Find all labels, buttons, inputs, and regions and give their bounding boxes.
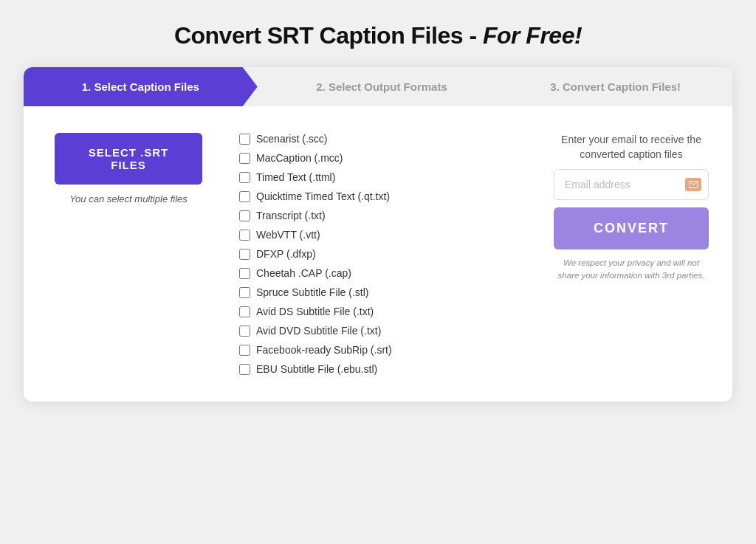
email-input-wrapper	[554, 169, 709, 200]
format-label-cap: Cheetah .CAP (.cap)	[256, 267, 351, 279]
format-item-mcc[interactable]: MacCaption (.mcc)	[239, 152, 524, 164]
card-body: SELECT .SRT FILES You can select multipl…	[24, 106, 732, 402]
format-label-aviddvd: Avid DVD Subtitle File (.txt)	[256, 325, 381, 337]
format-label-qt: Quicktime Timed Text (.qt.txt)	[256, 190, 390, 202]
checkbox-scc[interactable]	[239, 134, 250, 145]
email-label: Enter your email to receive the converte…	[554, 133, 709, 162]
checkbox-dfxp[interactable]	[239, 249, 250, 260]
checkbox-mcc[interactable]	[239, 153, 250, 164]
page-title: Convert SRT Caption Files - For Free!	[24, 22, 732, 49]
step-1-label: 1. Select Caption Files	[82, 80, 199, 93]
checkbox-stl[interactable]	[239, 287, 250, 298]
format-label-stl: Spruce Subtitle File (.stl)	[256, 286, 369, 298]
checkbox-avids[interactable]	[239, 306, 250, 317]
format-checkbox-list: Scenarist (.scc)MacCaption (.mcc)Timed T…	[239, 133, 524, 375]
checkbox-aviddvd[interactable]	[239, 326, 250, 337]
checkbox-qt[interactable]	[239, 191, 250, 202]
format-item-qt[interactable]: Quicktime Timed Text (.qt.txt)	[239, 190, 524, 202]
format-label-avids: Avid DS Subtitle File (.txt)	[256, 306, 374, 317]
format-item-txt[interactable]: Transcript (.txt)	[239, 210, 524, 221]
format-label-mcc: MacCaption (.mcc)	[256, 152, 343, 164]
format-item-ebu[interactable]: EBU Subtitle File (.ebu.stl)	[239, 363, 524, 375]
step-3: 3. Convert Caption Files!	[498, 67, 732, 106]
format-label-ebu: EBU Subtitle File (.ebu.stl)	[256, 363, 377, 375]
format-label-vtt: WebVTT (.vtt)	[256, 229, 320, 241]
step-3-label: 3. Convert Caption Files!	[550, 80, 681, 93]
format-item-scc[interactable]: Scenarist (.scc)	[239, 133, 524, 145]
checkbox-vtt[interactable]	[239, 230, 250, 241]
step-1: 1. Select Caption Files	[24, 67, 258, 106]
page-wrapper: Convert SRT Caption Files - For Free! 1.…	[24, 22, 732, 402]
format-list-column: Scenarist (.scc)MacCaption (.mcc)Timed T…	[239, 133, 524, 375]
format-label-txt: Transcript (.txt)	[256, 210, 326, 221]
format-label-scc: Scenarist (.scc)	[256, 133, 327, 145]
privacy-note: We respect your privacy and will not sha…	[554, 257, 709, 283]
format-label-fbsrt: Facebook-ready SubRip (.srt)	[256, 344, 392, 356]
title-text: Convert SRT Caption Files -	[174, 22, 483, 49]
checkbox-fbsrt[interactable]	[239, 345, 250, 356]
title-italic: For Free!	[483, 22, 582, 49]
format-item-stl[interactable]: Spruce Subtitle File (.stl)	[239, 286, 524, 298]
checkbox-ttml[interactable]	[239, 172, 250, 183]
main-card: 1. Select Caption Files 2. Select Output…	[24, 67, 732, 402]
step-2: 2. Select Output Formats	[258, 67, 499, 106]
checkbox-ebu[interactable]	[239, 364, 250, 375]
email-icon	[685, 178, 701, 191]
format-item-vtt[interactable]: WebVTT (.vtt)	[239, 229, 524, 241]
format-item-cap[interactable]: Cheetah .CAP (.cap)	[239, 267, 524, 279]
steps-bar: 1. Select Caption Files 2. Select Output…	[24, 67, 732, 106]
format-item-fbsrt[interactable]: Facebook-ready SubRip (.srt)	[239, 344, 524, 356]
format-item-aviddvd[interactable]: Avid DVD Subtitle File (.txt)	[239, 325, 524, 337]
format-item-ttml[interactable]: Timed Text (.ttml)	[239, 171, 524, 183]
left-column: SELECT .SRT FILES You can select multipl…	[47, 133, 210, 375]
format-item-avids[interactable]: Avid DS Subtitle File (.txt)	[239, 306, 524, 317]
format-label-dfxp: DFXP (.dfxp)	[256, 248, 316, 260]
step-2-label: 2. Select Output Formats	[316, 80, 447, 93]
format-item-dfxp[interactable]: DFXP (.dfxp)	[239, 248, 524, 260]
right-column: Enter your email to receive the converte…	[554, 133, 709, 375]
format-label-ttml: Timed Text (.ttml)	[256, 171, 335, 183]
checkbox-cap[interactable]	[239, 268, 250, 279]
checkbox-txt[interactable]	[239, 210, 250, 221]
select-hint: You can select multiple files	[69, 193, 188, 204]
convert-button[interactable]: CONVERT	[554, 207, 709, 249]
select-srt-button[interactable]: SELECT .SRT FILES	[55, 133, 202, 185]
